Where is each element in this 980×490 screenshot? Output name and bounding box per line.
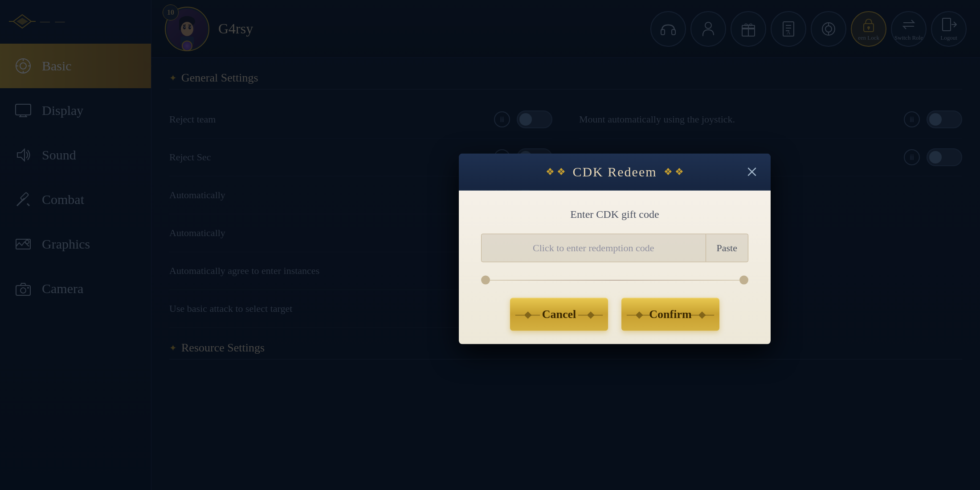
cancel-label: Cancel bbox=[542, 308, 576, 321]
confirm-right-deco: —◆— bbox=[690, 309, 714, 320]
modal-body: Enter CDK gift code Paste —◆— Cancel —◆— bbox=[459, 191, 771, 344]
cancel-right-deco: —◆— bbox=[578, 309, 603, 320]
confirm-button[interactable]: —◆— Confirm —◆— bbox=[621, 298, 719, 331]
cdk-modal: ❖ ❖ CDK Redeem ❖ ❖ Enter CDK gift code P… bbox=[459, 154, 771, 344]
modal-header: ❖ ❖ CDK Redeem ❖ ❖ bbox=[459, 154, 771, 191]
modal-overlay[interactable]: ❖ ❖ CDK Redeem ❖ ❖ Enter CDK gift code P… bbox=[0, 0, 980, 490]
code-input-container: Paste bbox=[481, 234, 748, 262]
divider bbox=[490, 280, 739, 280]
paste-button[interactable]: Paste bbox=[706, 234, 748, 262]
modal-buttons: —◆— Cancel —◆— —◆— Confirm —◆— bbox=[481, 298, 748, 331]
modal-deco-left: ❖ ❖ bbox=[546, 166, 566, 178]
scroll-right[interactable] bbox=[739, 276, 748, 285]
modal-subtitle: Enter CDK gift code bbox=[481, 208, 748, 220]
confirm-label: Confirm bbox=[649, 308, 691, 321]
modal-title: CDK Redeem bbox=[572, 164, 657, 180]
code-input[interactable] bbox=[482, 234, 706, 262]
cancel-left-deco: —◆— bbox=[515, 309, 540, 320]
scroll-left[interactable] bbox=[481, 276, 490, 285]
cancel-button[interactable]: —◆— Cancel —◆— bbox=[510, 298, 608, 331]
modal-deco-right: ❖ ❖ bbox=[664, 166, 684, 178]
divider-row bbox=[481, 276, 748, 285]
confirm-left-deco: —◆— bbox=[627, 309, 651, 320]
modal-close-button[interactable] bbox=[742, 162, 762, 182]
